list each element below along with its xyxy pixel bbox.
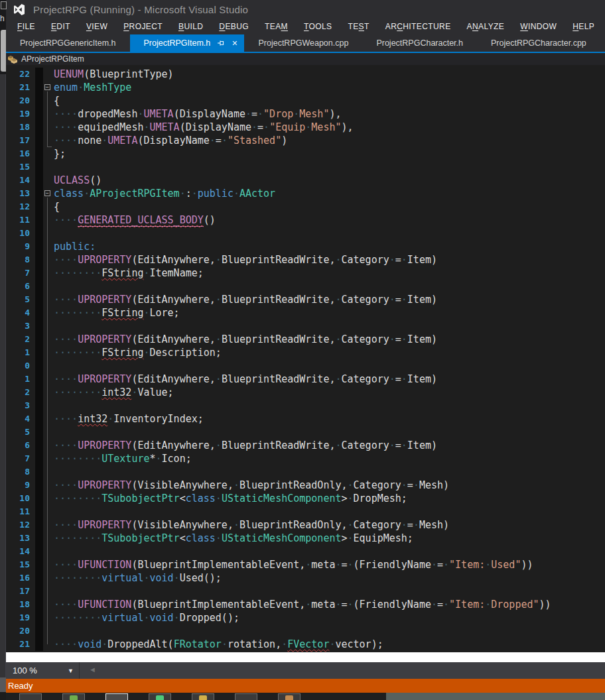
- breakpoint-margin[interactable]: [35, 359, 43, 373]
- code-text: ····UPROPERTY(VisibleAnywhere,·Blueprint…: [54, 479, 449, 492]
- breakpoint-margin[interactable]: [35, 558, 43, 571]
- menu-help[interactable]: HELP: [565, 22, 602, 31]
- taskbar-button[interactable]: [278, 693, 301, 700]
- line-number: 17: [6, 134, 35, 147]
- breakpoint-margin[interactable]: [35, 187, 43, 200]
- breakpoint-margin[interactable]: [35, 121, 43, 134]
- collapse-box-icon[interactable]: −: [44, 84, 50, 90]
- taskbar-button[interactable]: [19, 693, 42, 700]
- outline-margin: [43, 134, 54, 147]
- breakpoint-margin[interactable]: [35, 479, 43, 492]
- breakpoint-margin[interactable]: [35, 452, 43, 465]
- line-number: 3: [6, 399, 35, 412]
- menu-architecture[interactable]: ARCHITECTURE: [377, 22, 459, 31]
- outline-margin: [43, 518, 54, 532]
- outline-margin: [43, 333, 54, 346]
- breakpoint-margin[interactable]: [35, 492, 43, 505]
- breakpoint-margin[interactable]: [35, 160, 43, 174]
- breakpoint-margin[interactable]: [35, 545, 43, 558]
- breakpoint-margin[interactable]: [35, 253, 43, 266]
- breakpoint-margin[interactable]: [35, 81, 43, 94]
- code-text: ····void·DroppedAlt(FRotator·rotation,·F…: [54, 638, 383, 651]
- breakpoint-margin[interactable]: [35, 346, 43, 359]
- tab-projectrpg[interactable]: ProjectRPG: [600, 34, 605, 52]
- tab-projectrpgcharacter.cpp[interactable]: ProjectRPGCharacter.cpp: [477, 34, 600, 52]
- breakpoint-margin[interactable]: [35, 306, 43, 320]
- breakpoint-margin[interactable]: [35, 213, 43, 227]
- breakpoint-margin[interactable]: [35, 505, 43, 518]
- editor-zoom-select[interactable]: 100 % ▼: [6, 662, 80, 679]
- screen: h ProjectRPG (Running) - Microsoft Visua…: [0, 0, 605, 700]
- menu-window[interactable]: WINDOW: [512, 22, 565, 31]
- breakpoint-margin[interactable]: [35, 266, 43, 280]
- breakpoint-margin[interactable]: [35, 598, 43, 611]
- taskbar-button[interactable]: [105, 693, 128, 700]
- menu-tools[interactable]: TOOLS: [296, 22, 340, 31]
- code-editor[interactable]: 22UENUM(BlueprintType)21−enum·MeshType20…: [6, 65, 605, 652]
- breakpoint-margin[interactable]: [35, 333, 43, 346]
- close-icon[interactable]: ✕: [232, 40, 237, 47]
- taskbar-button[interactable]: [192, 693, 214, 700]
- breakpoint-margin[interactable]: [35, 320, 43, 333]
- breakpoint-margin[interactable]: [35, 426, 43, 439]
- breakpoint-margin[interactable]: [35, 611, 43, 624]
- breakpoint-margin[interactable]: [35, 571, 43, 585]
- tab-projectrpgitem.h[interactable]: ProjectRPGItem.h✕: [130, 34, 245, 52]
- desktop-sliver: [386, 693, 605, 700]
- line-number: 10: [6, 492, 35, 505]
- tab-projectrpggenericitem.h[interactable]: ProjectRPGGenericItem.h: [6, 34, 130, 52]
- tab-projectrpgweapon.cpp[interactable]: ProjectRPGWeapon.cpp: [244, 34, 362, 52]
- breakpoint-margin[interactable]: [35, 638, 43, 651]
- menu-project[interactable]: PROJECT: [115, 22, 170, 31]
- breakpoint-margin[interactable]: [35, 94, 43, 107]
- navigation-bar[interactable]: AProjectRPGItem: [6, 53, 605, 65]
- breakpoint-margin[interactable]: [35, 68, 43, 81]
- menu-view[interactable]: VIEW: [78, 22, 115, 31]
- outline-margin: [43, 412, 54, 426]
- scroll-left-arrow-icon[interactable]: ◄: [89, 666, 96, 673]
- breakpoint-margin[interactable]: [35, 412, 43, 426]
- breakpoint-margin[interactable]: [35, 174, 43, 187]
- breakpoint-margin[interactable]: [35, 399, 43, 412]
- breakpoint-margin[interactable]: [35, 373, 43, 386]
- tab-projectrpgcharacter.h[interactable]: ProjectRPGCharacter.h: [362, 34, 477, 52]
- breakpoint-margin[interactable]: [35, 532, 43, 545]
- code-text: ····none·UMETA(DisplayName·=·"Stashed"): [54, 134, 287, 147]
- code-text: ········virtual·void·Dropped();: [54, 611, 239, 624]
- breakpoint-margin[interactable]: [35, 107, 43, 121]
- line-number: 6: [6, 439, 35, 452]
- breakpoint-margin[interactable]: [35, 624, 43, 638]
- menu-build[interactable]: BUILD: [170, 22, 211, 31]
- menu-team[interactable]: TEAM: [257, 22, 296, 31]
- menu-debug[interactable]: DEBUG: [211, 22, 257, 31]
- taskbar-button[interactable]: [62, 693, 85, 700]
- menu-file[interactable]: FILE: [9, 22, 43, 31]
- collapse-box-icon[interactable]: −: [44, 190, 50, 196]
- breakpoint-margin[interactable]: [35, 465, 43, 479]
- breakpoint-margin[interactable]: [35, 200, 43, 213]
- breakpoint-margin[interactable]: [35, 518, 43, 532]
- breakpoint-margin[interactable]: [35, 386, 43, 399]
- breakpoint-margin[interactable]: [35, 585, 43, 598]
- breakpoint-margin[interactable]: [35, 439, 43, 452]
- class-icon: [8, 55, 19, 64]
- outline-margin: [43, 598, 54, 611]
- menu-test[interactable]: TEST: [340, 22, 377, 31]
- menu-analyze[interactable]: ANALYZE: [459, 22, 513, 31]
- breakpoint-margin[interactable]: [35, 293, 43, 306]
- breakpoint-margin[interactable]: [35, 280, 43, 293]
- breakpoint-margin[interactable]: [35, 147, 43, 160]
- breakpoint-margin[interactable]: [35, 227, 43, 240]
- line-number: 3: [6, 320, 35, 333]
- horizontal-scrollbar[interactable]: ◄: [80, 662, 605, 679]
- breakpoint-margin[interactable]: [35, 134, 43, 147]
- breakpoint-margin[interactable]: [35, 240, 43, 253]
- taskbar-button[interactable]: [149, 693, 171, 700]
- menu-edit[interactable]: EDIT: [43, 22, 78, 31]
- code-text: {: [54, 94, 60, 107]
- code-line: 6····UPROPERTY(EditAnywhere,·BlueprintRe…: [6, 439, 605, 452]
- pin-icon[interactable]: [217, 39, 225, 47]
- scope-dropdown[interactable]: AProjectRPGItem: [21, 54, 84, 64]
- taskbar-button[interactable]: [235, 693, 257, 700]
- code-text: class·AProjectRPGItem·:·public·AActor: [54, 187, 275, 200]
